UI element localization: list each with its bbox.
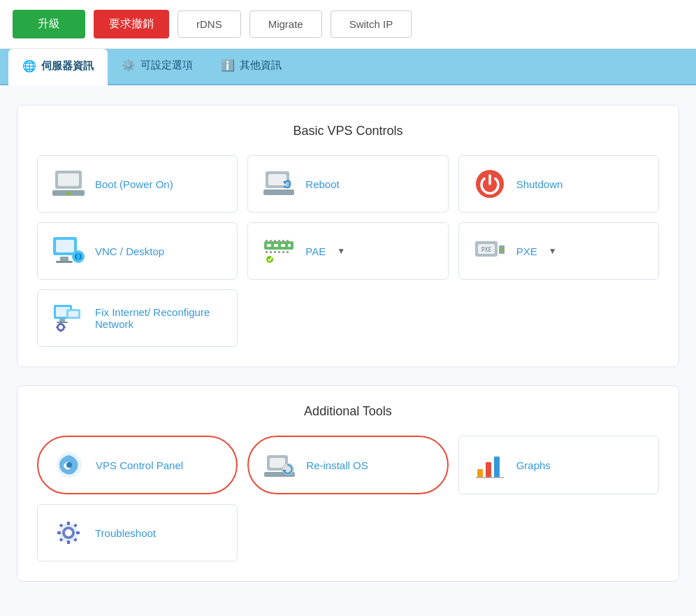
svg-rect-59 (494, 457, 500, 478)
tab-other-info[interactable]: ℹ️ 其他資訊 (207, 49, 296, 84)
pxe-button[interactable]: PXE PXE ▼ (458, 222, 659, 280)
shutdown-label: Shutdown (516, 178, 563, 190)
tab-other-label: 其他資訊 (240, 59, 282, 72)
reinstall-os-label: Re-install OS (306, 459, 368, 471)
svg-rect-46 (60, 322, 61, 324)
svg-rect-47 (60, 330, 61, 332)
pae-label: PAE (305, 245, 326, 257)
svg-rect-10 (56, 240, 74, 252)
globe-icon: 🌐 (22, 59, 36, 73)
svg-rect-26 (266, 251, 268, 253)
fix-network-label: Fix Internet/ Reconfigure Network (95, 306, 223, 330)
pae-dropdown-arrow: ▼ (337, 246, 345, 256)
tab-server-info[interactable]: 🌐 伺服器資訊 (8, 49, 108, 85)
svg-rect-18 (281, 244, 285, 247)
svg-text:PXE: PXE (481, 247, 491, 253)
svg-rect-67 (76, 531, 80, 534)
svg-rect-64 (67, 522, 70, 525)
svg-rect-11 (60, 257, 68, 261)
shutdown-icon (473, 167, 507, 201)
svg-rect-25 (287, 240, 289, 242)
svg-point-63 (65, 529, 72, 536)
additional-tools-title: Additional Tools (37, 404, 659, 419)
svg-rect-21 (270, 240, 272, 242)
upgrade-button[interactable]: 升級 (13, 10, 85, 38)
svg-rect-30 (282, 251, 284, 253)
svg-rect-20 (266, 240, 268, 242)
svg-rect-43 (68, 311, 78, 317)
graphs-button[interactable]: Graphs (458, 436, 659, 494)
svg-rect-66 (57, 531, 61, 534)
graphs-icon (473, 448, 507, 482)
svg-point-51 (66, 462, 72, 468)
svg-rect-28 (274, 251, 276, 253)
troubleshoot-button[interactable]: Troubleshoot (37, 504, 238, 561)
svg-rect-49 (64, 327, 66, 328)
vnc-label: VNC / Desktop (95, 245, 164, 257)
pae-icon (262, 234, 296, 268)
graphs-label: Graphs (516, 459, 551, 471)
vnc-button[interactable]: VNC / Desktop (37, 222, 238, 280)
settings-icon: ⚙️ (122, 59, 136, 72)
svg-rect-31 (287, 251, 289, 253)
reboot-label: Reboot (305, 178, 339, 190)
pae-button[interactable]: PAE ▼ (247, 222, 448, 280)
svg-point-3 (67, 192, 71, 195)
svg-rect-24 (282, 240, 284, 242)
additional-tools-card: Additional Tools VPS Control Panel (17, 385, 679, 582)
pxe-label: PXE (516, 245, 537, 257)
svg-point-37 (500, 248, 503, 251)
migrate-button[interactable]: Migrate (249, 10, 322, 38)
network-icon (52, 301, 85, 335)
svg-rect-6 (263, 189, 294, 195)
vps-control-panel-label: VPS Control Panel (96, 459, 183, 471)
basic-vps-title: Basic VPS Controls (37, 124, 659, 138)
svg-rect-48 (56, 327, 58, 328)
svg-rect-12 (56, 261, 73, 263)
svg-rect-41 (57, 322, 68, 323)
svg-rect-22 (274, 240, 276, 242)
boot-button[interactable]: Boot (Power On) (37, 155, 238, 213)
svg-rect-29 (278, 251, 280, 253)
rdns-button[interactable]: rDNS (177, 10, 241, 38)
tab-config-options[interactable]: ⚙️ 可設定選項 (108, 49, 207, 84)
reinstall-os-button[interactable]: Re-install OS (247, 436, 448, 494)
tab-config-label: 可設定選項 (140, 59, 193, 72)
svg-rect-40 (59, 319, 65, 322)
svg-rect-5 (268, 174, 287, 185)
svg-rect-16 (267, 244, 271, 247)
svg-rect-19 (288, 244, 291, 247)
svg-rect-27 (270, 251, 272, 253)
vps-control-panel-button[interactable]: VPS Control Panel (37, 436, 238, 494)
tabs-bar: 🌐 伺服器資訊 ⚙️ 可設定選項 ℹ️ 其他資訊 (0, 49, 696, 85)
switch-ip-button[interactable]: Switch IP (331, 10, 412, 38)
info-icon: ℹ️ (221, 59, 235, 72)
tools-grid: VPS Control Panel Re-install OS (37, 436, 659, 561)
svg-point-45 (59, 325, 63, 329)
svg-rect-57 (477, 469, 483, 478)
troubleshoot-label: Troubleshoot (95, 527, 156, 539)
cancel-button[interactable]: 要求撤銷 (94, 10, 169, 38)
svg-rect-65 (67, 540, 70, 544)
controls-grid: Boot (Power On) Reboot (37, 155, 659, 347)
shutdown-button[interactable]: Shutdown (458, 155, 659, 213)
cpanel-icon (52, 448, 86, 482)
vnc-icon (52, 234, 85, 268)
svg-rect-58 (486, 462, 491, 478)
reboot-button[interactable]: Reboot (247, 155, 448, 213)
pxe-dropdown-arrow: ▼ (549, 246, 557, 256)
main-content: Basic VPS Controls Boot (Power On) (0, 85, 696, 616)
boot-label: Boot (Power On) (95, 178, 173, 190)
fix-network-button[interactable]: Fix Internet/ Reconfigure Network (37, 289, 238, 347)
basic-vps-card: Basic VPS Controls Boot (Power On) (17, 105, 679, 367)
reboot-icon (262, 167, 296, 201)
svg-rect-23 (278, 240, 280, 242)
boot-icon (52, 167, 85, 201)
tab-server-info-label: 伺服器資訊 (41, 59, 94, 73)
troubleshoot-icon (52, 516, 85, 550)
toolbar: 升級 要求撤銷 rDNS Migrate Switch IP (0, 0, 696, 49)
svg-rect-17 (274, 244, 278, 247)
pxe-icon: PXE (473, 234, 507, 268)
svg-rect-1 (58, 173, 79, 186)
reinstall-icon (263, 448, 296, 482)
